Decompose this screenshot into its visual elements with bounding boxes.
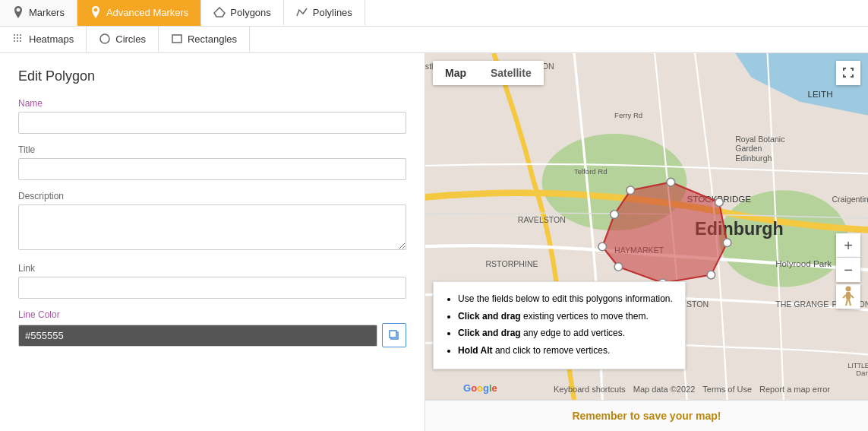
svg-text:RSTORPHINE: RSTORPHINE [485, 259, 538, 268]
map-container: LEITH Royal Botanic Garden Edinburgh STO… [425, 53, 868, 400]
svg-line-55 [851, 295, 854, 298]
tab-markers[interactable]: Markers [0, 0, 77, 26]
tooltip-item-4: Hold Alt and click to remove vertices. [458, 343, 673, 358]
svg-text:Danc: Danc [856, 369, 868, 377]
tab-bar: Markers Advanced Markers Polygons Polyli… [0, 0, 868, 53]
svg-point-7 [17, 40, 18, 42]
svg-point-8 [20, 40, 21, 42]
description-label: Description [18, 191, 406, 201]
main-content: Edit Polygon Name Title Description Link… [0, 53, 868, 431]
save-message: Remember to save your map! [572, 410, 721, 422]
svg-point-9 [100, 34, 109, 43]
map-tooltip: Use the fields below to edit this polygo… [433, 281, 686, 369]
advanced-marker-icon [90, 6, 102, 18]
description-field-group: Description [18, 191, 406, 252]
tab-circles-label: Circles [115, 33, 146, 45]
svg-text:Royal Botanic: Royal Botanic [735, 135, 785, 144]
svg-text:LITTLE FR: LITTLE FR [848, 362, 868, 369]
svg-text:HAYMARKET: HAYMARKET [614, 246, 664, 255]
link-field-group: Link [18, 263, 406, 299]
title-label: Title [18, 144, 406, 155]
svg-text:STOCKBRIDGE: STOCKBRIDGE [687, 194, 752, 204]
link-label: Link [18, 263, 406, 274]
svg-point-15 [719, 190, 848, 287]
copy-color-button[interactable] [382, 323, 406, 347]
tab-polygons-label: Polygons [230, 7, 270, 18]
tab-advanced-markers[interactable]: Advanced Markers [77, 0, 201, 26]
right-panel: LEITH Royal Botanic Garden Edinburgh STO… [425, 53, 868, 431]
tooltip-item-1: Use the fields below to edit this polygo… [458, 291, 673, 306]
link-input[interactable] [18, 277, 406, 299]
svg-text:Ferry Rd: Ferry Rd [614, 111, 642, 119]
color-row [18, 323, 406, 347]
zoom-in-button[interactable]: + [836, 233, 860, 258]
rectangle-icon [171, 33, 183, 45]
tab-markers-label: Markers [29, 7, 65, 18]
tab-rectangles[interactable]: Rectangles [159, 27, 250, 52]
svg-line-57 [849, 299, 851, 306]
report-map-error-link[interactable]: Report a map error [759, 385, 830, 394]
tab-heatmaps[interactable]: Heatmaps [0, 27, 87, 52]
fullscreen-icon [842, 67, 854, 79]
copy-icon [389, 330, 399, 341]
svg-text:Edinburgh: Edinburgh [735, 154, 772, 163]
tooltip-list: Use the fields below to edit this polygo… [446, 291, 673, 358]
tab-row-2: Heatmaps Circles Rectangles [0, 26, 868, 52]
svg-rect-12 [390, 331, 396, 338]
polyline-icon [296, 6, 308, 18]
marker-icon [12, 6, 24, 18]
svg-text:RAVELSTON: RAVELSTON [518, 215, 566, 224]
svg-point-1 [17, 34, 18, 36]
pegman-button[interactable] [836, 284, 860, 309]
svg-rect-53 [846, 292, 851, 299]
description-input[interactable] [18, 204, 406, 250]
svg-text:LEITH: LEITH [808, 89, 833, 99]
tab-rectangles-label: Rectangles [188, 33, 237, 45]
form-title: Edit Polygon [18, 68, 406, 84]
name-input[interactable] [18, 112, 406, 134]
pegman-icon [841, 286, 856, 307]
line-color-label: Line Color [18, 309, 406, 320]
heatmap-icon [12, 33, 24, 45]
terms-of-use-link[interactable]: Terms of Use [702, 385, 752, 394]
tab-circles[interactable]: Circles [87, 27, 159, 52]
tab-polylines-label: Polylines [313, 7, 352, 18]
svg-text:Telford Rd: Telford Rd [574, 167, 607, 176]
svg-point-5 [20, 37, 21, 39]
google-branding: Google [463, 382, 497, 394]
tab-polylines[interactable]: Polylines [284, 0, 365, 26]
zoom-controls: + − [836, 233, 860, 282]
svg-point-2 [20, 34, 21, 36]
svg-text:Craigentinny: Craigentinny [832, 195, 868, 204]
tab-heatmaps-label: Heatmaps [29, 33, 74, 45]
google-logo: Google [463, 382, 497, 394]
svg-text:Edinburgh: Edinburgh [695, 219, 784, 239]
title-input[interactable] [18, 158, 406, 180]
keyboard-shortcuts-link[interactable]: Keyboard shortcuts [554, 385, 626, 394]
tab-advanced-markers-label: Advanced Markers [106, 7, 188, 18]
svg-text:Holyrood Park: Holyrood Park [775, 258, 832, 268]
map-footer-links: Keyboard shortcuts Map data ©2022 Terms … [554, 385, 830, 394]
map-type-bar: Map Satellite [433, 61, 544, 85]
map-data-link[interactable]: Map data ©2022 [633, 385, 696, 394]
line-color-input[interactable] [18, 325, 377, 347]
tab-polygons[interactable]: Polygons [201, 0, 283, 26]
svg-rect-10 [172, 35, 181, 43]
circle-icon [99, 33, 111, 45]
tooltip-item-3: Click and drag any edge to add vertices. [458, 325, 673, 341]
save-bar: Remember to save your map! [425, 400, 868, 431]
polygon-icon [213, 6, 226, 18]
map-type-satellite-button[interactable]: Satellite [478, 61, 544, 85]
tab-row-1: Markers Advanced Markers Polygons Polyli… [0, 0, 868, 26]
svg-point-6 [14, 40, 15, 42]
fullscreen-button[interactable] [836, 61, 860, 85]
svg-line-56 [846, 299, 847, 306]
svg-point-0 [14, 34, 15, 36]
svg-text:Garden: Garden [735, 144, 762, 153]
svg-point-52 [846, 287, 851, 292]
tooltip-item-2: Click and drag existing vertices to move… [458, 309, 673, 324]
map-type-map-button[interactable]: Map [433, 61, 478, 85]
left-panel: Edit Polygon Name Title Description Link… [0, 53, 425, 431]
svg-point-4 [17, 37, 18, 39]
zoom-out-button[interactable]: − [836, 258, 860, 282]
